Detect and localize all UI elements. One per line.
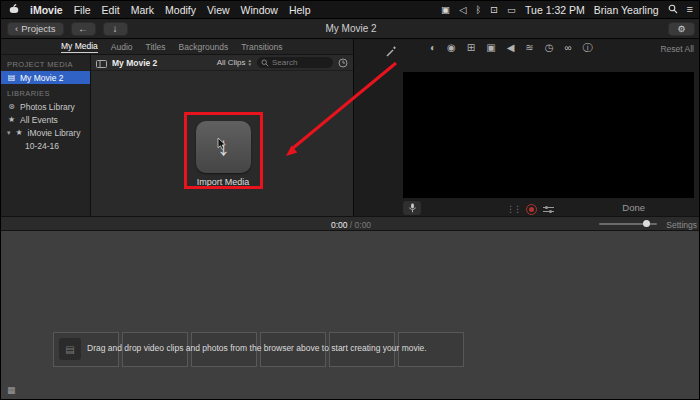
menu-item-view[interactable]: View <box>207 4 230 16</box>
sidebar-item-label: 10-24-16 <box>25 141 59 151</box>
bluetooth-icon[interactable]: ᛒ <box>475 5 481 15</box>
tab-titles[interactable]: Titles <box>146 41 166 53</box>
window-icon[interactable]: ▣ <box>441 5 450 15</box>
video-preview <box>403 72 694 198</box>
info-icon[interactable]: ⓘ <box>583 42 593 54</box>
battery-icon[interactable]: ▭ <box>507 5 516 15</box>
disclosure-triangle-icon[interactable]: ▾ <box>7 129 11 137</box>
media-browser: My Movie 2 All Clips ▲▼ ↓ Import Media <box>91 55 353 216</box>
gear-icon: ⚙ <box>677 24 685 34</box>
timecode-current: 0:00 <box>331 220 348 230</box>
projects-button[interactable]: ‹ Projects <box>7 22 64 36</box>
enhance-wand-icon[interactable] <box>386 43 397 61</box>
search-input[interactable] <box>272 58 329 67</box>
projects-button-label: Projects <box>21 23 55 34</box>
sidebar-item-label: My Movie 2 <box>20 73 63 83</box>
library-sidebar: PROJECT MEDIA ▤ My Movie 2 LIBRARIES ⊛ P… <box>1 55 91 216</box>
star-icon: ★ <box>7 115 16 124</box>
sidebar-toggle-icon[interactable] <box>96 54 107 72</box>
color-balance-icon[interactable]: ◐ <box>430 42 436 54</box>
stabilization-icon[interactable]: ▣ <box>486 42 495 54</box>
menu-bar-clock[interactable]: Tue 1:32 PM <box>525 4 585 16</box>
sidebar-item-all-events[interactable]: ★ All Events <box>1 113 90 126</box>
clock-filter-icon[interactable] <box>338 54 348 72</box>
sidebar-item-event-10-24-16[interactable]: 10-24-16 <box>1 139 90 152</box>
photos-icon: ⊛ <box>7 102 16 111</box>
noise-reduction-icon[interactable]: ≋ <box>525 42 533 54</box>
sidebar-item-imovie-library[interactable]: ▾ ★ iMovie Library <box>1 126 90 139</box>
import-media-button[interactable]: ↓ <box>196 121 251 173</box>
search-field[interactable] <box>257 57 333 68</box>
menu-item-file[interactable]: File <box>74 4 91 16</box>
timeline-panel: ▤ Drag and drop video clips and photos f… <box>1 231 700 400</box>
speed-icon[interactable]: ◷ <box>545 42 554 54</box>
project-media-header: PROJECT MEDIA <box>1 55 90 71</box>
media-tab-bar: My Media Audio Titles Backgrounds Transi… <box>1 39 353 55</box>
libraries-header: LIBRARIES <box>1 84 90 100</box>
import-media-label: Import Media <box>173 177 273 187</box>
sidebar-item-label: Photos Library <box>20 102 75 112</box>
menu-item-mark[interactable]: Mark <box>131 4 154 16</box>
voiceover-record-button[interactable] <box>403 201 421 215</box>
apple-menu[interactable] <box>9 3 19 17</box>
spotlight-search-icon[interactable] <box>668 4 678 16</box>
chevron-left-icon: ‹ <box>15 23 18 34</box>
window-title: My Movie 2 <box>325 23 376 34</box>
import-media-toolbar-button[interactable]: ↓ <box>103 22 128 36</box>
sidebar-item-label: All Events <box>20 115 58 125</box>
timeline-empty-message: Drag and drop video clips and photos fro… <box>87 343 467 353</box>
menu-item-modify[interactable]: Modify <box>165 4 196 16</box>
timecode-total: / 0:00 <box>347 220 371 230</box>
search-icon <box>261 59 269 67</box>
record-button[interactable] <box>526 204 537 215</box>
done-button[interactable]: Done <box>622 202 645 213</box>
browser-title: My Movie 2 <box>112 58 157 68</box>
sidebar-item-photos-library[interactable]: ⊛ Photos Library <box>1 100 90 113</box>
menu-item-window[interactable]: Window <box>241 4 278 16</box>
reset-all-button[interactable]: Reset All <box>660 44 694 54</box>
notification-center-icon[interactable]: ≡ <box>687 4 693 15</box>
color-correction-icon[interactable]: ◉ <box>447 42 456 54</box>
film-clip-icon: ▤ <box>59 338 81 360</box>
chevron-updown-icon: ▲▼ <box>248 59 252 66</box>
crop-icon[interactable]: ⊞ <box>467 42 475 54</box>
imovie-window: iMovie File Edit Mark Modify View Window… <box>0 0 700 400</box>
menu-item-help[interactable]: Help <box>289 4 311 16</box>
volume-icon[interactable]: ◀ <box>507 42 515 54</box>
tab-backgrounds[interactable]: Backgrounds <box>179 41 229 53</box>
titlebar-action-button[interactable]: ⚙ <box>668 22 695 36</box>
slider-thumb[interactable] <box>643 220 650 227</box>
timeline-toolbar: 0:00 / 0:00 Settings <box>1 216 700 231</box>
menu-item-edit[interactable]: Edit <box>102 4 120 16</box>
clip-size-slider[interactable] <box>599 223 657 225</box>
mouse-cursor-icon <box>217 137 228 155</box>
import-arrow-icon: ↓ <box>113 23 118 34</box>
window-title-bar: ‹ Projects ← ↓ My Movie 2 ⚙ <box>1 19 700 39</box>
display-icon[interactable]: ⊡ <box>490 5 498 15</box>
back-arrow-icon: ← <box>78 23 88 34</box>
menu-item-imovie[interactable]: iMovie <box>30 4 63 16</box>
apple-logo-icon <box>9 3 19 15</box>
effects-icon[interactable]: ∞ <box>564 42 571 54</box>
drag-handle-icon[interactable]: ⋮⋮ <box>506 204 520 214</box>
volume-icon[interactable]: ◁ <box>459 5 466 15</box>
viewer-panel: ◐ ◉ ⊞ ▣ ◀ ≋ ◷ ∞ ⓘ Reset All ⋮⋮ Done <box>353 39 700 216</box>
filter-label: All Clips <box>217 58 246 67</box>
browser-header: My Movie 2 All Clips ▲▼ <box>91 55 353 71</box>
menu-bar: iMovie File Edit Mark Modify View Window… <box>1 1 700 19</box>
sidebar-item-my-movie-2[interactable]: ▤ My Movie 2 <box>1 71 90 84</box>
clips-filter-dropdown[interactable]: All Clips ▲▼ <box>217 58 252 67</box>
sidebar-item-label: iMovie Library <box>28 128 81 138</box>
viewer-adjust-toolbar: ◐ ◉ ⊞ ▣ ◀ ≋ ◷ ∞ ⓘ <box>430 42 593 54</box>
timeline-corner-icon: ▦ <box>7 385 16 395</box>
star-icon: ★ <box>15 128 24 137</box>
project-icon: ▤ <box>7 73 16 82</box>
microphone-icon <box>409 203 416 213</box>
back-arrow-button[interactable]: ← <box>71 22 96 36</box>
tab-my-media[interactable]: My Media <box>61 40 98 53</box>
tab-transitions[interactable]: Transitions <box>241 41 282 53</box>
menu-bar-user[interactable]: Brian Yearling <box>594 4 659 16</box>
tab-audio[interactable]: Audio <box>111 41 133 53</box>
timecode-display: 0:00 / 0:00 <box>331 220 371 230</box>
timeline-settings-button[interactable]: Settings <box>666 220 697 230</box>
